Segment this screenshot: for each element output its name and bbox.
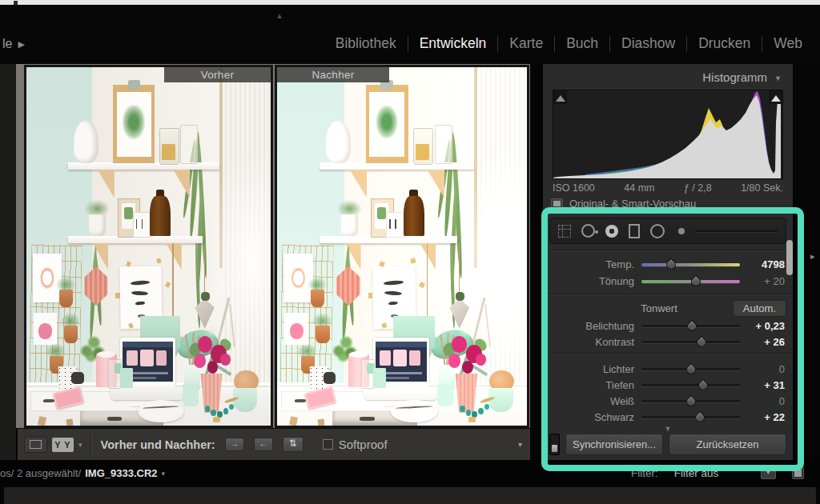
compare-view: Vorher [16, 64, 530, 428]
filter-lock-icon[interactable] [792, 467, 804, 479]
filename[interactable]: IMG_9333.CR2 [85, 467, 157, 479]
slider-knob[interactable] [684, 362, 697, 376]
module-buch[interactable]: Buch [555, 35, 609, 52]
swap-before-after-button[interactable]: ⇅ [283, 437, 303, 452]
slider-knob[interactable] [695, 335, 709, 349]
mintbowl [488, 388, 513, 412]
sl3 [107, 417, 122, 421]
redeye-tool-icon[interactable] [605, 225, 618, 238]
copper [64, 326, 78, 343]
leg2 [66, 418, 74, 426]
expand-left-panel-icon[interactable]: ▶ [18, 39, 24, 50]
module-entwickeln[interactable]: Entwickeln [408, 35, 498, 52]
auto-tone-button[interactable]: Autom. [733, 300, 786, 317]
slider-knob[interactable] [684, 394, 697, 408]
slider-knob[interactable] [693, 410, 706, 424]
module-drucken[interactable]: Drucken [687, 35, 762, 52]
cactus2 [456, 292, 464, 301]
filmstrip[interactable] [3, 486, 817, 504]
before-after-label: Vorher und Nachher: [101, 438, 215, 451]
ui-top [123, 342, 173, 347]
left-panel-collapsed[interactable] [0, 64, 16, 460]
filename-dropdown-icon[interactable]: ▾ [162, 470, 166, 478]
softproof-checkbox[interactable] [323, 439, 333, 450]
synchronize-button[interactable]: Synchronisieren... [565, 434, 663, 455]
module-karte[interactable]: Karte [498, 35, 554, 52]
slider-blacks[interactable]: Schwarz + 22 [543, 409, 793, 426]
slider-track[interactable] [641, 341, 740, 343]
filmstrip-filter: Filter: Filter aus ▾ [631, 466, 804, 479]
ui-top [376, 342, 427, 347]
green-art [376, 105, 398, 139]
highlight-clipping-indicator[interactable] [769, 90, 782, 104]
spot-removal-icon[interactable] [581, 224, 595, 238]
histogram-collapse-icon[interactable]: ▼ [774, 74, 782, 82]
slider-track[interactable] [641, 368, 740, 370]
before-photo[interactable]: Vorher [26, 67, 271, 426]
slider-track[interactable] [641, 384, 740, 386]
copy-before-to-after-button[interactable]: → [225, 438, 244, 451]
toolbar-dropdown-icon[interactable]: ▾ [518, 440, 522, 449]
slider-track[interactable] [641, 325, 740, 327]
slider-knob[interactable] [697, 378, 710, 392]
module-diashow[interactable]: Diashow [610, 35, 686, 52]
rail-text: le [2, 37, 12, 51]
smart-preview-row[interactable]: Original- & Smart-Vorschau [551, 198, 696, 210]
slider-value: + 22 [740, 411, 793, 423]
bd [211, 410, 216, 416]
slider-highlights[interactable]: Lichter 0 [543, 361, 793, 378]
pink-blob [38, 323, 52, 339]
fl [220, 354, 230, 365]
green-art [123, 105, 144, 139]
slider-contrast[interactable]: Kontrast + 26 [543, 334, 793, 350]
pot-white2 [341, 214, 359, 237]
after-label: Nachher [277, 67, 389, 82]
panel-divider [543, 294, 793, 294]
filter-dropdown-icon[interactable]: ▾ [761, 466, 776, 479]
slider-track[interactable] [641, 400, 740, 402]
slider-tint[interactable]: Tönung + 20 [543, 273, 793, 290]
slider-label: Tiefen [543, 379, 641, 391]
radial-filter-icon[interactable] [650, 224, 665, 238]
slider-track[interactable] [641, 416, 740, 418]
slider-exposure[interactable]: Belichtung + 0,23 [543, 318, 793, 334]
before-after-view-button[interactable]: Y Y [52, 438, 74, 452]
slider-temp[interactable]: Temp. 4798 [543, 256, 793, 273]
after-photo[interactable]: Nachher [277, 67, 527, 426]
module-bibliothek[interactable]: Bibliothek [324, 35, 408, 52]
slider-knob[interactable] [685, 319, 698, 333]
view-dropdown-icon[interactable]: ▾ [78, 441, 82, 449]
slider-knob[interactable] [664, 258, 677, 271]
histogram-header[interactable]: Histogramm ▼ [702, 70, 782, 84]
fl [198, 336, 212, 353]
pencup [373, 368, 386, 387]
exif-focal-length: 44 mm [624, 182, 654, 194]
panel-collapse-icon[interactable]: ▸ [810, 251, 815, 262]
slider-knob[interactable] [689, 274, 702, 288]
histogram[interactable] [553, 90, 783, 179]
bd [223, 408, 229, 414]
sync-toggle-switch[interactable] [549, 434, 560, 455]
scroll-more-icon[interactable]: ▼ [665, 425, 672, 433]
slider-track[interactable] [641, 263, 740, 266]
collapse-top-panel-icon[interactable]: ▲ [275, 11, 283, 20]
graduated-filter-icon[interactable] [629, 224, 640, 238]
slider-whites[interactable]: Weiß 0 [543, 393, 793, 410]
reset-button[interactable]: Zurücksetzen [669, 434, 786, 455]
slider-value: + 31 [740, 379, 793, 391]
leg2 [318, 418, 325, 426]
floral-ring [36, 261, 58, 295]
copy-after-to-before-button[interactable]: ← [254, 438, 273, 451]
panel-scrollbar[interactable] [786, 240, 793, 275]
slider-label: Temp. [543, 258, 641, 270]
slider-value: 0 [740, 395, 793, 407]
crop-tool-icon[interactable] [558, 225, 571, 238]
shadow-clipping-indicator[interactable] [553, 90, 567, 104]
slider-track[interactable] [641, 280, 740, 283]
filter-value[interactable]: Filter aus [674, 467, 745, 479]
module-web[interactable]: Web [762, 35, 814, 52]
loupe-view-button[interactable] [24, 437, 47, 453]
adjustment-brush-icon[interactable] [678, 228, 685, 234]
slider-shadows[interactable]: Tiefen + 31 [543, 377, 793, 394]
clip [128, 80, 140, 90]
